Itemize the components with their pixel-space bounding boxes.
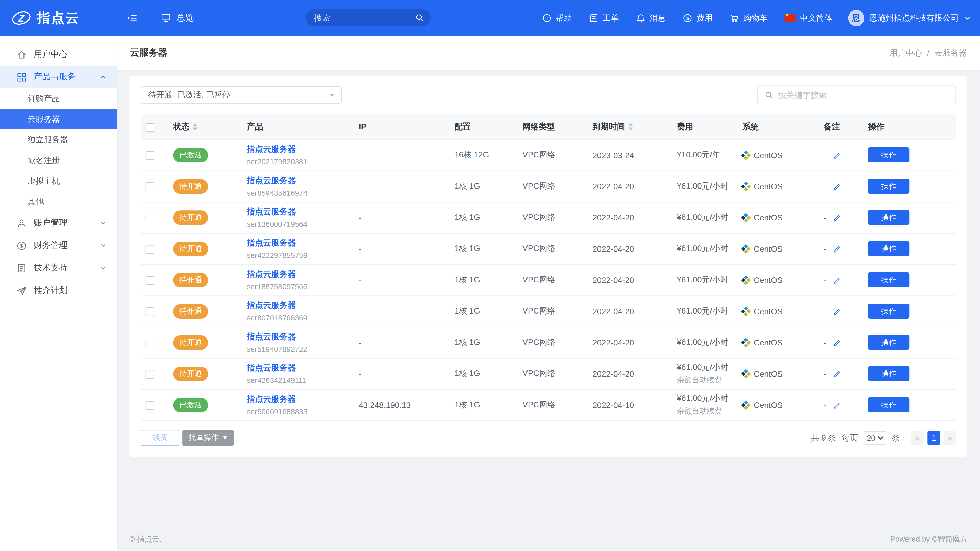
edit-icon[interactable] bbox=[833, 339, 840, 347]
status-filter-select[interactable]: 待开通, 已激活, 已暂停 bbox=[141, 86, 342, 104]
sidebar-subitem-other[interactable]: 其他 bbox=[0, 191, 117, 212]
edit-icon[interactable] bbox=[833, 402, 840, 409]
row-action-button[interactable]: 操作 bbox=[868, 210, 910, 225]
network-cell: VPC网络 bbox=[522, 327, 592, 358]
product-link[interactable]: 指点云服务器 bbox=[247, 332, 296, 341]
centos-icon bbox=[741, 244, 751, 254]
sidebar-subitem-domain[interactable]: 域名注册 bbox=[0, 150, 117, 171]
row-action-button[interactable]: 操作 bbox=[868, 272, 910, 287]
edit-icon[interactable] bbox=[833, 246, 840, 253]
row-action-button[interactable]: 操作 bbox=[868, 241, 910, 256]
nav-overview[interactable]: 总览 bbox=[161, 12, 194, 24]
product-link[interactable]: 指点云服务器 bbox=[247, 269, 296, 279]
edit-icon[interactable] bbox=[833, 277, 840, 284]
row-checkbox[interactable] bbox=[146, 213, 154, 222]
product-link[interactable]: 指点云服务器 bbox=[247, 207, 296, 216]
nav-help[interactable]: ? 帮助 bbox=[542, 12, 572, 24]
product-link[interactable]: 指点云服务器 bbox=[247, 238, 296, 248]
sidebar-item-user-center[interactable]: 用户中心 bbox=[0, 43, 117, 65]
nav-ticket[interactable]: 工单 bbox=[589, 12, 619, 24]
product-link[interactable]: 指点云服务器 bbox=[247, 363, 296, 372]
row-action-button[interactable]: 操作 bbox=[868, 179, 910, 194]
product-serial: ser136000719564 bbox=[247, 220, 359, 229]
table-row: 待开通 指点云服务器 ser422297855759 - 1核 1G VPC网络… bbox=[141, 233, 956, 264]
product-link[interactable]: 指点云服务器 bbox=[247, 300, 296, 310]
table-row: 待开通 指点云服务器 ser426342149111 - 1核 1G VPC网络… bbox=[141, 358, 956, 389]
sort-icon[interactable] bbox=[192, 123, 197, 130]
language-switcher[interactable]: 中文简体 bbox=[784, 12, 832, 24]
row-checkbox[interactable] bbox=[146, 151, 154, 160]
per-page-select[interactable]: 20 bbox=[864, 431, 886, 445]
sidebar-item-support[interactable]: 技术支持 bbox=[0, 257, 117, 279]
pagination-summary: 共 9 条 每页 20 条 « 1 » bbox=[811, 431, 956, 445]
sidebar-subitem-order-products[interactable]: 订购产品 bbox=[0, 88, 117, 109]
status-badge: 待开通 bbox=[173, 179, 208, 193]
prev-page-button[interactable]: « bbox=[912, 431, 924, 445]
global-search-input[interactable] bbox=[314, 13, 415, 22]
row-checkbox[interactable] bbox=[146, 183, 154, 191]
search-icon[interactable] bbox=[415, 13, 424, 22]
billing-icon: $ bbox=[682, 13, 692, 23]
nav-messages[interactable]: 消息 bbox=[636, 12, 666, 24]
sidebar-item-finance[interactable]: $ 财务管理 bbox=[0, 234, 117, 257]
col-expire: 到期时间 bbox=[593, 122, 625, 131]
chevron-down-icon bbox=[964, 14, 971, 21]
chevron-down-icon bbox=[223, 436, 228, 439]
breadcrumb-parent[interactable]: 用户中心 bbox=[890, 47, 922, 59]
remark-text: - bbox=[824, 369, 827, 378]
sidebar-item-referral[interactable]: 推介计划 bbox=[0, 279, 117, 302]
row-action-button[interactable]: 操作 bbox=[868, 148, 910, 162]
logo[interactable]: Z 指点云 bbox=[0, 9, 117, 27]
row-action-button[interactable]: 操作 bbox=[868, 397, 910, 413]
table-footer: 续费 批量操作 共 9 条 每页 20 条 « 1 » bbox=[141, 430, 956, 446]
batch-actions-button[interactable]: 批量操作 bbox=[183, 430, 234, 446]
list-toolbar: 待开通, 已激活, 已暂停 bbox=[141, 86, 956, 104]
edit-icon[interactable] bbox=[833, 152, 840, 159]
next-page-button[interactable]: » bbox=[944, 431, 956, 445]
config-cell: 1核 1G bbox=[454, 295, 522, 327]
sort-icon[interactable] bbox=[628, 123, 633, 130]
sidebar-item-account[interactable]: 账户管理 bbox=[0, 212, 117, 234]
page-1-button[interactable]: 1 bbox=[928, 431, 940, 445]
row-checkbox[interactable] bbox=[146, 307, 154, 316]
fee-amount: ¥61.00元/小时 bbox=[677, 337, 742, 348]
ip-cell: - bbox=[359, 139, 455, 170]
row-action-button[interactable]: 操作 bbox=[868, 303, 910, 319]
select-all-checkbox[interactable] bbox=[146, 123, 154, 131]
sidebar-collapse-icon[interactable] bbox=[127, 12, 138, 24]
expire-cell: 2022-04-20 bbox=[593, 327, 677, 358]
status-badge: 待开通 bbox=[173, 241, 208, 256]
row-checkbox[interactable] bbox=[146, 245, 154, 253]
product-link[interactable]: 指点云服务器 bbox=[247, 144, 296, 154]
avatar: 恩 bbox=[848, 10, 864, 26]
sidebar-subitem-cloud-server[interactable]: 云服务器 bbox=[0, 109, 117, 129]
sidebar-item-products[interactable]: 产品与服务 bbox=[0, 65, 117, 88]
centos-icon bbox=[741, 150, 751, 160]
edit-icon[interactable] bbox=[833, 214, 840, 222]
sidebar-subitem-dedicated-server[interactable]: 独立服务器 bbox=[0, 129, 117, 150]
col-status: 状态 bbox=[173, 122, 189, 131]
row-checkbox[interactable] bbox=[146, 401, 154, 410]
edit-icon[interactable] bbox=[833, 308, 840, 316]
nav-ticket-label: 工单 bbox=[603, 12, 619, 24]
sidebar-subitem-virtual-host[interactable]: 虚拟主机 bbox=[0, 171, 117, 191]
row-checkbox[interactable] bbox=[146, 370, 154, 378]
product-link[interactable]: 指点云服务器 bbox=[247, 176, 296, 185]
renew-button[interactable]: 续费 bbox=[141, 430, 180, 446]
nav-cart[interactable]: 购物车 bbox=[729, 12, 767, 24]
product-link[interactable]: 指点云服务器 bbox=[247, 394, 296, 403]
server-table-body: 已激活 指点云服务器 ser202179820381 - 16核 12G VPC… bbox=[141, 139, 956, 421]
row-action-button[interactable]: 操作 bbox=[868, 366, 910, 381]
sidebar-item-label: 财务管理 bbox=[34, 240, 67, 251]
keyword-search-input[interactable] bbox=[778, 90, 950, 100]
edit-icon[interactable] bbox=[833, 370, 840, 378]
account-menu[interactable]: 恩 恩施州指点科技有限公司 bbox=[848, 10, 971, 26]
edit-icon[interactable] bbox=[833, 183, 840, 191]
row-action-button[interactable]: 操作 bbox=[868, 335, 910, 350]
expire-cell: 2022-04-20 bbox=[593, 233, 677, 264]
product-serial: ser426342149111 bbox=[247, 376, 359, 385]
row-checkbox[interactable] bbox=[146, 338, 154, 347]
ip-cell: 43.248.190.13 bbox=[359, 389, 455, 421]
nav-billing[interactable]: $ 费用 bbox=[682, 12, 713, 24]
row-checkbox[interactable] bbox=[146, 276, 154, 285]
